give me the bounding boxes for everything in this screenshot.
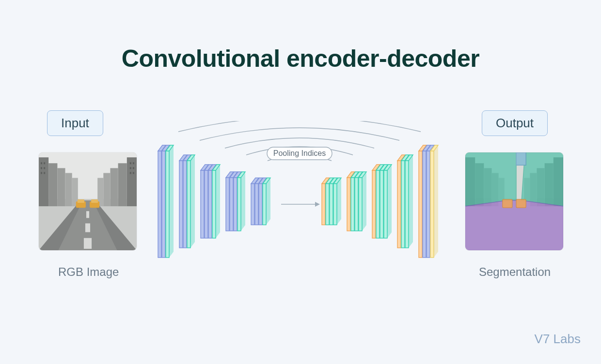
input-image	[39, 152, 137, 250]
svg-rect-18	[78, 199, 84, 203]
svg-rect-30	[133, 167, 134, 169]
svg-rect-5	[65, 173, 72, 206]
svg-rect-107	[322, 184, 325, 225]
svg-rect-116	[333, 184, 337, 225]
svg-rect-83	[226, 178, 229, 231]
svg-rect-71	[201, 170, 204, 238]
svg-rect-131	[372, 170, 376, 238]
svg-rect-2	[39, 157, 48, 206]
skip-connection	[200, 128, 399, 140]
svg-rect-161	[430, 151, 434, 258]
encoder-block-0-layer-2	[166, 145, 174, 258]
svg-rect-21	[41, 162, 42, 164]
encoder-block-3-layer-3	[237, 172, 245, 231]
svg-rect-137	[380, 170, 383, 238]
svg-rect-29	[130, 167, 131, 169]
svg-rect-95	[251, 184, 254, 225]
output-image	[465, 152, 563, 250]
input-caption: RGB Image	[58, 265, 119, 279]
svg-rect-25	[41, 172, 42, 174]
svg-marker-90	[241, 172, 245, 231]
decoder-block-3-layer-2	[405, 155, 413, 248]
svg-rect-20	[91, 199, 98, 203]
encoder-block-2-layer-3	[212, 165, 220, 238]
segmentation-overlay-icon	[465, 152, 563, 250]
svg-rect-143	[397, 161, 401, 248]
svg-rect-23	[41, 167, 42, 169]
svg-rect-86	[230, 178, 233, 231]
svg-rect-89	[234, 178, 237, 231]
svg-marker-102	[266, 178, 270, 225]
svg-rect-8	[118, 163, 127, 206]
svg-marker-46	[522, 152, 563, 206]
svg-rect-152	[419, 151, 422, 258]
encoder-block-4-layer-3	[263, 178, 270, 225]
svg-marker-159	[434, 145, 438, 258]
svg-marker-66	[190, 155, 195, 248]
decoder-block-1-layer-3	[359, 172, 366, 231]
decoder-block-4-layer-3	[430, 145, 438, 258]
svg-rect-32	[133, 172, 134, 174]
svg-rect-149	[405, 161, 409, 248]
svg-rect-56	[162, 151, 165, 258]
svg-rect-14	[86, 211, 89, 218]
svg-rect-27	[130, 162, 131, 164]
output-badge: Output	[482, 110, 548, 136]
encoder-block-1-layer-2	[187, 155, 195, 248]
svg-rect-155	[423, 151, 426, 258]
svg-rect-3	[48, 163, 57, 206]
svg-rect-146	[401, 161, 405, 248]
svg-rect-28	[133, 162, 134, 164]
svg-rect-49	[503, 199, 512, 208]
svg-rect-10	[103, 173, 110, 206]
svg-marker-126	[362, 172, 366, 231]
svg-marker-47	[516, 152, 526, 165]
encoder-decoder-network-icon: Pooling Indices	[149, 121, 450, 266]
pooling-indices-label: Pooling Indices	[273, 149, 326, 157]
svg-rect-62	[179, 161, 183, 248]
svg-rect-140	[384, 170, 387, 238]
svg-rect-80	[212, 170, 216, 238]
svg-rect-26	[44, 172, 45, 174]
svg-rect-122	[351, 178, 354, 231]
svg-marker-138	[387, 165, 392, 238]
svg-rect-4	[57, 168, 65, 206]
svg-marker-147	[409, 155, 413, 248]
svg-rect-125	[355, 178, 358, 231]
svg-rect-68	[187, 161, 190, 248]
svg-rect-134	[376, 170, 380, 238]
decoder-block-2-layer-3	[384, 165, 392, 238]
svg-rect-9	[110, 168, 118, 206]
svg-rect-77	[208, 170, 212, 238]
output-caption: Segmentation	[479, 265, 551, 279]
svg-marker-114	[337, 178, 341, 225]
diagram-title: Convolutional encoder-decoder	[0, 45, 601, 73]
svg-rect-65	[183, 161, 187, 248]
svg-rect-16	[84, 238, 92, 249]
svg-rect-110	[326, 184, 329, 225]
svg-rect-113	[330, 184, 333, 225]
skip-connection	[178, 121, 421, 132]
svg-rect-50	[516, 199, 526, 208]
svg-rect-24	[44, 167, 45, 169]
svg-rect-158	[427, 151, 430, 258]
street-photo-icon	[39, 152, 137, 250]
svg-rect-74	[205, 170, 208, 238]
svg-rect-92	[237, 178, 241, 231]
input-badge: Input	[47, 110, 103, 136]
arrow-head-icon	[315, 202, 320, 207]
svg-marker-57	[169, 145, 174, 258]
svg-rect-101	[259, 184, 262, 225]
svg-rect-15	[85, 223, 90, 232]
svg-marker-78	[216, 165, 220, 238]
svg-rect-128	[359, 178, 362, 231]
svg-marker-48	[465, 200, 563, 250]
svg-rect-31	[130, 172, 131, 174]
svg-rect-59	[166, 151, 169, 258]
svg-rect-98	[255, 184, 258, 225]
svg-rect-53	[158, 151, 161, 258]
decoder-block-0-layer-3	[333, 178, 341, 225]
svg-rect-104	[263, 184, 266, 225]
svg-rect-22	[44, 162, 45, 164]
svg-rect-119	[347, 178, 350, 231]
